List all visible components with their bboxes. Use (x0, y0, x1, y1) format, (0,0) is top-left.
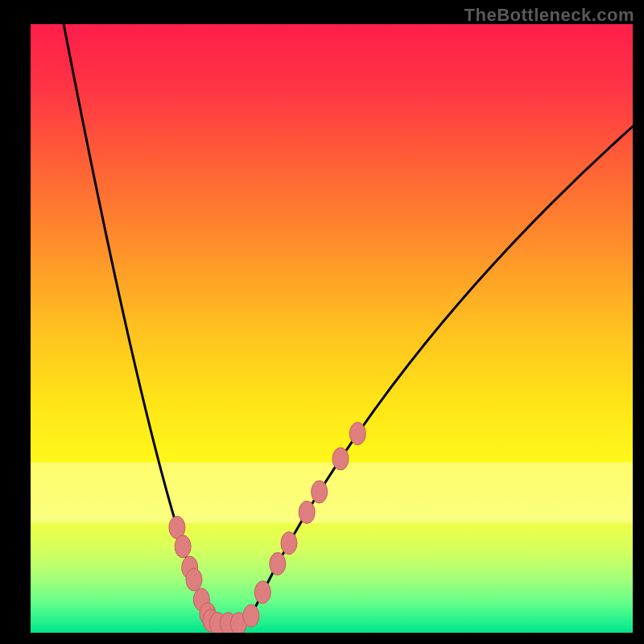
data-marker (281, 532, 297, 555)
data-marker (175, 535, 191, 558)
gradient-background (31, 24, 633, 633)
data-marker (349, 423, 365, 445)
data-marker (270, 552, 286, 575)
watermark-label: TheBottleneck.com (464, 5, 634, 26)
plot-svg (31, 24, 633, 633)
data-marker (243, 605, 259, 627)
data-marker (186, 568, 202, 591)
chart-root: TheBottleneck.com (0, 0, 644, 644)
data-marker (299, 501, 315, 523)
data-marker (254, 581, 270, 604)
plot-stage (31, 24, 633, 633)
data-marker (312, 481, 328, 503)
data-marker (332, 448, 349, 470)
